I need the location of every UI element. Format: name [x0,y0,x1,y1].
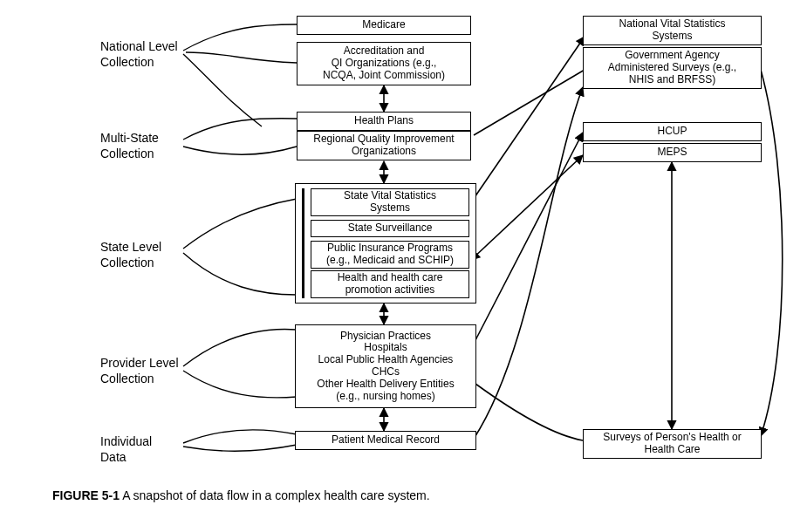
svg-line-4 [471,37,585,202]
box-meps: MEPS [583,143,762,162]
box-surveillance: State Surveillance [311,220,469,237]
state-inner-bar [302,188,304,298]
box-survey-person: Surveys of Person's Health orHealth Care [583,429,762,459]
box-nvss: National Vital StatisticsSystems [583,16,762,45]
box-pmr: Patient Medical Record [295,431,476,450]
box-health-plans: Health Plans [297,112,471,131]
label-state: State LevelCollection [100,240,161,270]
svg-line-7 [475,133,583,340]
label-provider: Provider LevelCollection [100,356,179,386]
box-rqio: Regional Quality ImprovementOrganization… [297,131,471,160]
box-accreditation: Accreditation andQI Organizations (e.g.,… [297,42,471,85]
box-gov-surveys: Government AgencyAdministered Surveys (e… [583,47,762,89]
svg-line-6 [471,155,583,260]
box-svss: State Vital StatisticsSystems [311,188,469,216]
box-promotion: Health and health carepromotion activiti… [311,270,469,298]
label-multistate: Multi-StateCollection [100,131,159,161]
svg-line-5 [474,70,585,135]
box-providers: Physician PracticesHospitalsLocal Public… [295,324,476,408]
label-national: National LevelCollection [100,39,178,70]
box-public-insurance: Public Insurance Programs(e.g., Medicaid… [311,241,469,269]
box-hcup: HCUP [583,122,762,141]
box-medicare: Medicare [297,16,471,35]
label-individual: IndividualData [100,434,152,465]
figure-caption: FIGURE 5-1 A snapshot of data flow in a … [52,488,430,502]
